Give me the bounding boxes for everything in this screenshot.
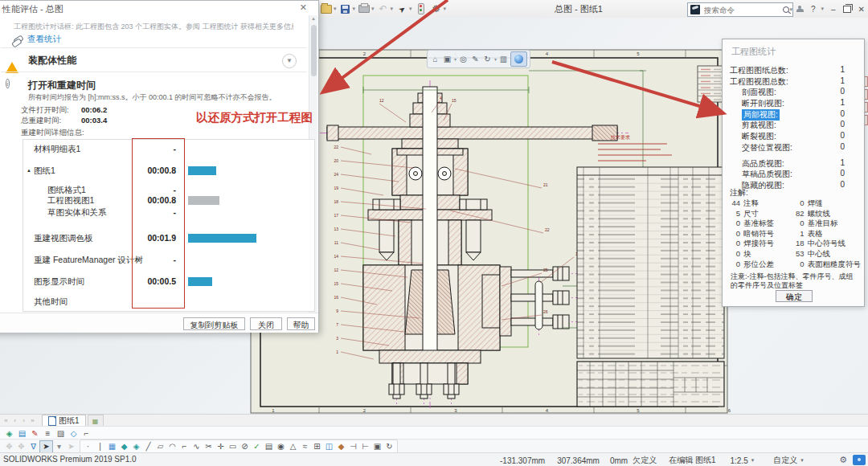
save-dropdown-icon[interactable]: ▾: [353, 6, 356, 12]
last-sheet-icon[interactable]: »: [28, 417, 37, 424]
copy-to-clipboard-button[interactable]: 复制到剪贴板: [183, 317, 245, 330]
save-icon[interactable]: [339, 2, 352, 15]
mirror-icon[interactable]: ✛: [215, 441, 227, 452]
zoom-area-icon[interactable]: ▣: [442, 55, 452, 63]
close-dialog-button[interactable]: 关闭: [250, 317, 282, 330]
options-dropdown-icon[interactable]: ▾: [444, 6, 447, 12]
quick-access-toolbar: ▾ ▾ ▾ ↶▾ ➤▾ ⚙▾: [320, 2, 446, 16]
rotate-view-icon[interactable]: ↻: [482, 55, 493, 63]
svg-text:17: 17: [334, 213, 338, 218]
undo-icon[interactable]: ↶: [377, 2, 390, 15]
svg-text:6: 6: [728, 408, 731, 413]
ok-icon[interactable]: ✓: [251, 441, 263, 452]
units-setting[interactable]: 自定义: [773, 455, 797, 466]
assembly-performance-title: 装配体性能: [28, 54, 76, 67]
status-tip-icon[interactable]: [853, 455, 866, 465]
copy-icon[interactable]: ✥: [15, 441, 27, 452]
polygon-icon[interactable]: ▱: [154, 441, 166, 452]
restore-button[interactable]: [843, 6, 851, 13]
datum-icon[interactable]: ⌐: [80, 427, 92, 439]
bom-table[interactable]: [577, 167, 724, 358]
view-settings-button[interactable]: [510, 51, 527, 67]
command-search[interactable]: ▾: [687, 2, 793, 17]
grid-icon[interactable]: ⊞: [311, 441, 323, 452]
select-dropdown-icon[interactable]: ▾: [53, 441, 65, 452]
solid-icon[interactable]: ◆: [118, 441, 130, 452]
edit-sketch-icon[interactable]: ✎: [470, 55, 481, 63]
offset-icon[interactable]: ▭: [227, 441, 239, 452]
hud-dropdown-icon-2[interactable]: ▾: [494, 56, 497, 62]
dialog-close-icon[interactable]: ✕: [300, 2, 307, 13]
zoom-fit-icon[interactable]: ⌂: [430, 55, 440, 63]
ok-button[interactable]: 确定: [776, 290, 813, 302]
title-block: [577, 362, 724, 407]
login-user-icon[interactable]: [796, 6, 804, 13]
target-icon[interactable]: ◉: [275, 441, 287, 452]
assembly-icon[interactable]: ◈: [130, 441, 142, 452]
help-button[interactable]: 帮助: [287, 317, 315, 330]
sheet-nav-buttons[interactable]: « ‹ › »: [2, 417, 37, 424]
search-input[interactable]: [702, 5, 783, 15]
open-rebuild-desc: 所有时间均报告为 [h]:mm:ss.s。小于 00:00.1 的时间可忽略不计…: [28, 92, 301, 103]
open-icon[interactable]: [320, 2, 333, 15]
block-icon[interactable]: ▣: [371, 441, 383, 452]
spline-icon[interactable]: ∿: [190, 441, 203, 452]
first-sheet-icon[interactable]: «: [2, 417, 10, 424]
print-icon[interactable]: [358, 2, 371, 15]
display-style-icon[interactable]: ▥: [498, 55, 509, 63]
collapse-chevron-icon[interactable]: ▼: [282, 54, 297, 68]
print-dropdown-icon[interactable]: ▾: [371, 6, 375, 12]
note-icon[interactable]: ▤: [16, 427, 28, 439]
scroll-up-icon[interactable]: ▲: [309, 16, 317, 21]
wave-icon[interactable]: ≈: [299, 441, 311, 452]
gold-icon[interactable]: ◆: [335, 441, 347, 452]
next-sheet-icon[interactable]: ›: [19, 417, 28, 424]
minimize-button[interactable]: –: [831, 5, 836, 14]
filter-icon[interactable]: ∇: [27, 441, 39, 452]
select-icon[interactable]: ➤: [393, 0, 411, 18]
rectangle-icon[interactable]: ▦: [106, 441, 118, 452]
help-dropdown-icon[interactable]: ▾: [821, 6, 825, 12]
rebuild-icon[interactable]: ↻: [383, 441, 395, 452]
view-statistics-link[interactable]: 查看统计: [14, 34, 61, 45]
table-icon[interactable]: ▤: [263, 441, 275, 452]
options-gear-icon[interactable]: ⚙: [430, 2, 443, 15]
centerline-icon[interactable]: ╱: [142, 441, 154, 452]
line-icon[interactable]: |: [94, 441, 106, 452]
view-orientation-icon[interactable]: ◎: [458, 55, 469, 63]
hud-dropdown-icon[interactable]: ▾: [454, 56, 457, 62]
status-gear-icon[interactable]: ⚙: [839, 455, 847, 465]
spellcheck-icon[interactable]: ✎: [29, 427, 41, 439]
circle-icon[interactable]: ⊘: [239, 441, 251, 452]
hatch-icon[interactable]: ▨: [55, 427, 67, 439]
triangle-icon[interactable]: △: [287, 441, 299, 452]
rebuild-traffic-icon[interactable]: [415, 2, 428, 15]
headsup-view-toolbar: ⌂ ▣ ▾ ◎ ✎ ↻ ▾ ▥: [427, 50, 530, 68]
dim-icon[interactable]: ⊢: [359, 441, 371, 452]
scrollbar-thumb[interactable]: [311, 25, 317, 76]
open-dropdown-icon[interactable]: ▾: [334, 6, 337, 12]
search-icon[interactable]: [783, 6, 789, 13]
divider: [1, 47, 307, 48]
count-row: 5尺寸: [723, 209, 787, 219]
point-icon[interactable]: ·: [82, 441, 94, 452]
units-dropdown-icon[interactable]: ▾: [800, 457, 804, 464]
lasso-icon[interactable]: ➤: [65, 441, 77, 452]
scale-dropdown-icon[interactable]: ▾: [751, 457, 755, 464]
help-icon[interactable]: ?: [811, 5, 816, 14]
move-icon[interactable]: ✥: [3, 441, 15, 452]
select-arrow-icon[interactable]: ➤: [39, 440, 53, 453]
smart-dim-icon[interactable]: ⊣: [347, 441, 359, 452]
prev-sheet-icon[interactable]: ‹: [10, 417, 19, 424]
corner-icon[interactable]: ⌐: [178, 441, 190, 452]
add-sheet-tab[interactable]: ▦: [88, 415, 104, 427]
sheet-tab[interactable]: 图纸1: [42, 415, 86, 427]
balloon-icon[interactable]: ◈: [3, 427, 15, 439]
trim-icon[interactable]: ✂: [203, 441, 215, 452]
view-icon[interactable]: ◫: [323, 441, 335, 452]
stacked-balloon-icon[interactable]: ◇: [68, 427, 80, 439]
arc-icon[interactable]: ◠: [166, 441, 178, 452]
sheet-scale[interactable]: 1:2.5: [731, 456, 748, 465]
line-format-icon[interactable]: ≡: [42, 427, 54, 439]
close-button[interactable]: ✕: [858, 5, 865, 14]
